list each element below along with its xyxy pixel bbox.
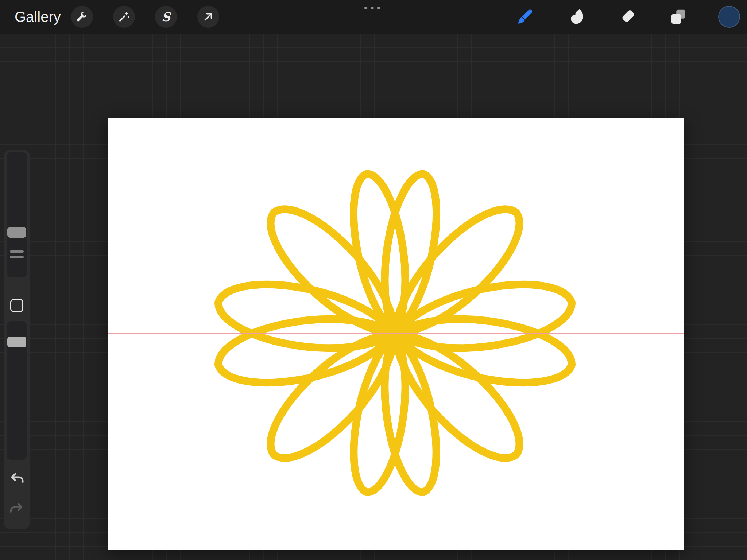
workspace-background [0,34,747,560]
wrench-icon [76,11,88,23]
redo-button[interactable] [9,501,25,517]
actions-button[interactable] [71,6,93,28]
brush-size-handle[interactable] [7,227,26,238]
gallery-button[interactable]: Gallery [15,0,61,34]
undo-arrow-icon [9,471,25,487]
color-swatch-button[interactable] [718,6,740,28]
layers-icon [669,8,687,26]
paint-brush-icon [515,8,533,26]
adjustments-button[interactable] [113,6,135,28]
transform-arrow-icon [202,11,214,23]
magic-wand-icon [118,11,130,23]
sidebar [4,150,30,529]
undo-button[interactable] [9,471,25,487]
canvas-drawing [108,118,684,550]
eraser-icon [619,8,637,26]
layers-button[interactable] [669,8,687,26]
redo-arrow-icon [9,501,25,517]
erase-tool-button[interactable] [619,8,637,26]
transform-button[interactable] [197,6,219,28]
selection-s-icon: S [160,11,172,23]
opacity-handle[interactable] [7,337,26,347]
paint-tool-button[interactable] [515,8,533,26]
more-options-button[interactable]: ••• [359,0,388,16]
slider-lines-icon [10,250,24,261]
selection-button[interactable]: S [155,6,177,28]
smudge-finger-icon [568,8,585,26]
smudge-tool-button[interactable] [568,8,585,26]
modify-button[interactable] [10,299,23,312]
procreate-window: Gallery S ••• [0,0,747,560]
top-toolbar: Gallery S ••• [0,0,747,34]
drawing-canvas[interactable] [108,118,684,550]
